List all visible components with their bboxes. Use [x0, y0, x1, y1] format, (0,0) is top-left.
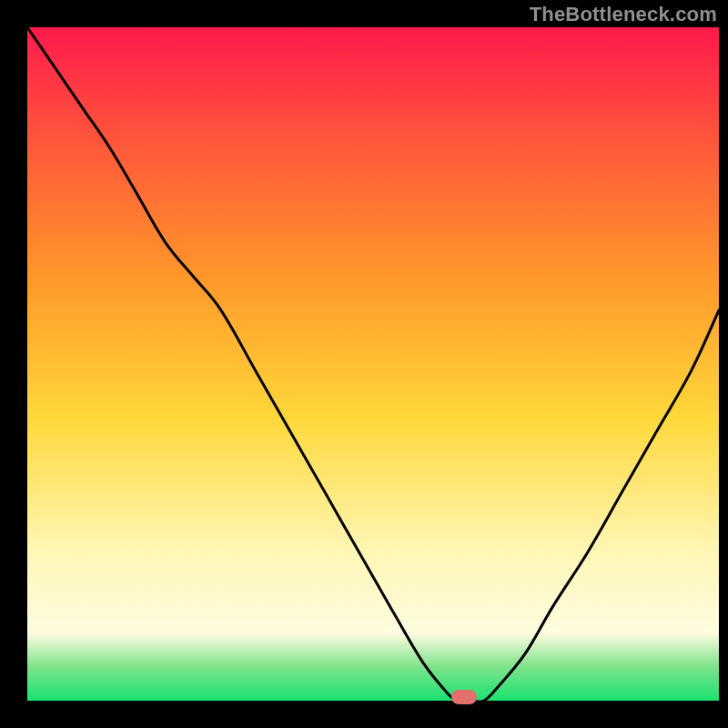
heat-gradient-plot: [0, 0, 728, 728]
watermark-text: TheBottleneck.com: [530, 3, 717, 26]
chart-frame: TheBottleneck.com: [0, 0, 728, 728]
gradient-background: [27, 27, 719, 701]
optimal-point-marker: [451, 690, 477, 704]
